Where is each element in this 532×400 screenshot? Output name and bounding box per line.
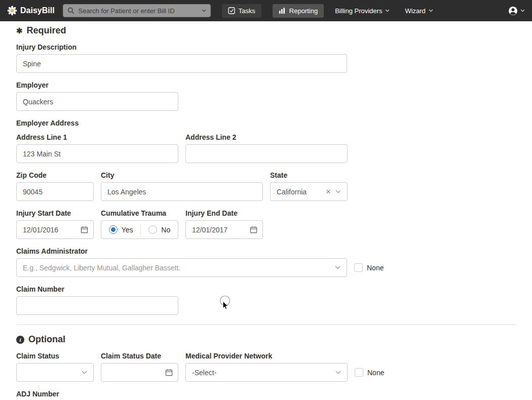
required-section-title: Required (27, 25, 66, 36)
cumulative-trauma-field: Cumulative Trauma Yes No (101, 209, 178, 239)
tasks-button[interactable]: Tasks (222, 4, 261, 18)
claims-admin-none-option[interactable]: None (354, 263, 384, 272)
mpn-label: Medical Provider Network (185, 352, 348, 360)
chevron-down-icon (520, 9, 525, 12)
brand-logo[interactable]: DaisyBill (7, 6, 55, 16)
none-label: None (367, 369, 384, 377)
claim-number-label: Claim Number (16, 285, 516, 293)
brand-name: DaisyBill (20, 6, 55, 15)
required-asterisk-icon: ✱ (16, 26, 23, 35)
claims-administrator-label: Claims Administrator (16, 247, 516, 255)
claim-form: ✱ Required Injury Description Employer E… (0, 25, 532, 398)
employer-input[interactable] (16, 92, 178, 111)
claim-status-date-label: Claim Status Date (101, 352, 178, 360)
optional-section-header: i Optional (16, 334, 516, 345)
city-label: City (101, 171, 263, 179)
claim-number-field: Claim Number (16, 285, 516, 315)
search-dropdown-icon (202, 9, 206, 12)
chevron-down-icon (335, 371, 341, 374)
mpn-field: Medical Provider Network -Select- (185, 352, 348, 382)
cumulative-trauma-yes[interactable]: Yes (109, 225, 133, 234)
search-icon (67, 7, 74, 14)
mpn-none-option[interactable]: None (355, 368, 384, 377)
injury-dates-row: Injury Start Date Cumulative Trauma Yes (16, 209, 516, 239)
daisy-icon (7, 6, 17, 16)
city-field: City (101, 171, 263, 201)
state-select-value: California (277, 188, 326, 196)
chevron-down-icon (429, 9, 433, 12)
zip-code-field: Zip Code (16, 171, 94, 201)
zip-code-label: Zip Code (16, 171, 94, 179)
state-select[interactable]: California × (270, 182, 348, 201)
claim-status-label: Claim Status (16, 352, 94, 360)
claim-status-select[interactable] (16, 363, 94, 382)
employer-label: Employer (16, 81, 516, 89)
cumulative-trauma-group: Yes No (101, 220, 178, 239)
employer-address-label: Employer Address (16, 119, 516, 127)
chevron-down-icon (385, 9, 390, 12)
chevron-down-icon (82, 371, 87, 374)
injury-description-field: Injury Description (16, 43, 516, 73)
billing-providers-menu[interactable]: Billing Providers (335, 7, 390, 15)
no-label: No (161, 226, 170, 234)
top-navbar: DaisyBill Tasks Reporting Billing Provid… (0, 0, 532, 21)
clear-icon[interactable]: × (326, 187, 331, 196)
cumulative-trauma-no[interactable]: No (148, 225, 170, 234)
address-row: Address Line 1 Address Line 2 (16, 133, 516, 163)
chevron-down-icon (335, 190, 341, 193)
city-input[interactable] (101, 182, 263, 201)
address-line2-input[interactable] (185, 144, 348, 163)
mpn-select-value: -Select- (192, 369, 335, 377)
user-icon (508, 6, 518, 16)
address-line1-label: Address Line 1 (16, 133, 178, 141)
info-icon: i (16, 336, 24, 344)
claim-status-row: Claim Status Claim Status Date Medical P… (16, 352, 516, 382)
address-line1-field: Address Line 1 (16, 133, 178, 163)
claims-administrator-field: Claims Administrator E.g., Sedgwick, Lib… (16, 247, 516, 277)
section-divider (16, 325, 516, 325)
address-line2-field: Address Line 2 (185, 133, 348, 163)
claim-status-date-field: Claim Status Date (101, 352, 178, 382)
optional-section-title: Optional (28, 334, 65, 345)
mpn-select[interactable]: -Select- (185, 363, 348, 382)
wizard-label: Wizard (405, 7, 425, 15)
calendar-icon[interactable] (250, 226, 257, 233)
calendar-icon[interactable] (165, 369, 173, 376)
tasks-label: Tasks (239, 7, 255, 15)
account-menu[interactable] (508, 6, 525, 16)
zip-city-state-row: Zip Code City State California × (16, 171, 516, 201)
state-label: State (270, 171, 348, 179)
claims-administrator-placeholder: E.g., Sedgwick, Liberty Mutual, Gallaghe… (23, 264, 335, 272)
employer-field: Employer (16, 81, 516, 111)
injury-end-date-label: Injury End Date (185, 209, 263, 217)
injury-start-date-label: Injury Start Date (16, 209, 94, 217)
state-field: State California × (270, 171, 348, 201)
billing-providers-label: Billing Providers (335, 7, 382, 15)
injury-description-input[interactable] (16, 54, 347, 73)
cumulative-trauma-label: Cumulative Trauma (101, 209, 178, 217)
radio-divider (140, 224, 141, 235)
injury-start-date-field: Injury Start Date (16, 209, 94, 239)
search-input[interactable] (63, 4, 211, 17)
wizard-menu[interactable]: Wizard (405, 7, 433, 15)
checkbox-icon[interactable] (355, 368, 363, 377)
required-section-header: ✱ Required (16, 25, 516, 36)
chevron-down-icon (335, 266, 340, 269)
zip-code-input[interactable] (16, 182, 94, 201)
global-search-box[interactable] (63, 4, 211, 17)
radio-selected-icon (109, 225, 118, 234)
reporting-button[interactable]: Reporting (273, 4, 324, 18)
claims-administrator-select[interactable]: E.g., Sedgwick, Liberty Mutual, Gallaghe… (16, 258, 347, 277)
injury-description-label: Injury Description (16, 43, 516, 51)
tasks-check-icon (228, 7, 235, 14)
address-line1-input[interactable] (16, 144, 178, 163)
reporting-label: Reporting (289, 7, 318, 15)
injury-end-date-field: Injury End Date (185, 209, 263, 239)
claim-status-field: Claim Status (16, 352, 94, 382)
claim-number-input[interactable] (16, 296, 178, 315)
adj-number-label: ADJ Number (16, 390, 516, 398)
none-label: None (367, 264, 384, 272)
calendar-icon[interactable] (81, 226, 88, 233)
radio-unselected-icon (148, 225, 157, 234)
checkbox-icon[interactable] (354, 263, 363, 272)
